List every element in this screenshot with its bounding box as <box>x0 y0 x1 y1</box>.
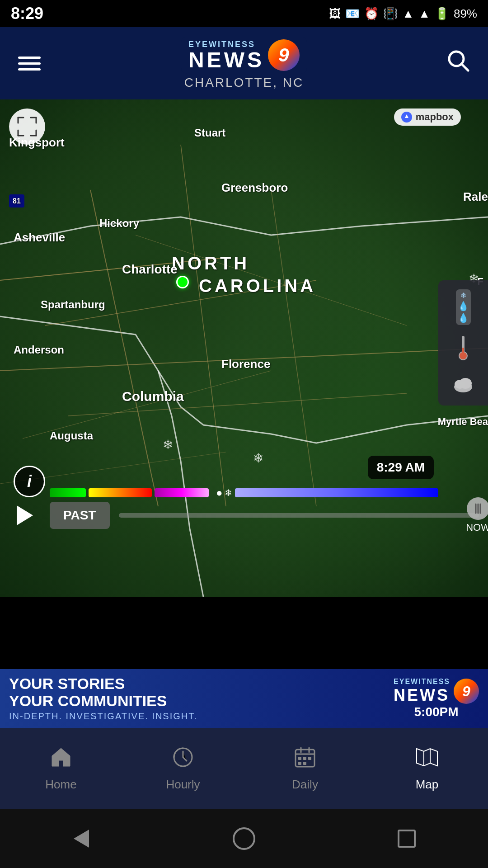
ad-headline-1: YOUR STORIES <box>9 675 197 692</box>
vibrate-icon: 📳 <box>383 7 398 21</box>
status-time: 8:29 <box>11 4 43 23</box>
mapbox-label: mapbox <box>416 111 454 123</box>
bottom-navigation: Home Hourly Daily <box>0 728 488 809</box>
news-label: NEWS <box>188 49 264 71</box>
user-location-dot <box>176 276 189 288</box>
ad-text: YOUR STORIES YOUR COMMUNITIES IN-DEPTH. … <box>9 675 197 722</box>
location-label: CHARLOTTE, NC <box>184 75 304 90</box>
snow-overlay-3: ❄ <box>253 451 263 466</box>
status-bar: 8:29 🖼 📧 ⏰ 📳 ▲ ▲ 🔋 89% <box>0 0 488 27</box>
svg-line-2 <box>0 258 226 280</box>
now-label: NOW <box>466 522 488 533</box>
recents-icon <box>398 830 416 848</box>
ad-show-time: 5:00PM <box>414 705 459 719</box>
svg-point-24 <box>460 352 467 359</box>
play-triangle-icon <box>17 505 33 525</box>
calendar-icon <box>294 746 316 774</box>
svg-rect-38 <box>308 757 311 760</box>
home-icon <box>50 746 72 774</box>
mapbox-logo: mapbox <box>394 108 461 126</box>
clock-icon <box>172 746 194 774</box>
home-label: Home <box>45 778 76 792</box>
battery-icon: 🔋 <box>435 7 449 21</box>
map-label: Map <box>416 778 439 792</box>
svg-line-3 <box>90 190 158 506</box>
timeline-bar[interactable]: NOW <box>119 513 479 518</box>
system-navigation <box>0 809 488 868</box>
daily-label: Daily <box>292 778 318 792</box>
ad-eyewitness: EYEWITNESS <box>394 678 450 686</box>
nav-home[interactable]: Home <box>0 746 122 792</box>
logo-badge: EYEWITNESS NEWS 9 <box>181 37 307 74</box>
svg-rect-39 <box>298 762 301 765</box>
svg-marker-41 <box>417 749 437 766</box>
ad-news: NEWS <box>394 686 450 705</box>
now-handle[interactable] <box>467 497 488 520</box>
alarm-icon: ⏰ <box>364 7 379 21</box>
app-header: EYEWITNESS NEWS 9 CHARLOTTE, NC <box>0 27 488 99</box>
svg-line-5 <box>181 145 226 506</box>
cloud-layer-button[interactable] <box>452 374 474 396</box>
precipitation-layer-button[interactable]: ❄ 💧 💧 <box>456 289 471 325</box>
back-button[interactable] <box>68 825 95 852</box>
home-button[interactable] <box>230 825 258 852</box>
hourly-label: Hourly <box>166 778 200 792</box>
battery-percent: 89% <box>454 7 477 21</box>
weather-layers-panel: ❄ 💧 💧 <box>438 280 488 406</box>
nav-daily[interactable]: Daily <box>244 746 366 792</box>
wifi-icon: ▲ <box>402 7 414 21</box>
time-tooltip: 8:29 AM <box>368 456 434 479</box>
image-icon: 🖼 <box>329 7 341 21</box>
svg-point-27 <box>459 378 472 389</box>
menu-button[interactable] <box>18 57 41 71</box>
past-button[interactable]: PAST <box>50 502 110 529</box>
svg-line-7 <box>271 190 316 506</box>
channel-number: 9 <box>268 39 300 71</box>
recents-button[interactable] <box>393 825 420 852</box>
svg-rect-36 <box>298 757 301 760</box>
ad-headline-2: YOUR COMMUNITIES <box>9 693 197 709</box>
temperature-layer-button[interactable] <box>455 334 471 365</box>
map-background: Kingsport Stuart Greensboro Rale Hickory… <box>0 99 488 597</box>
map-icon <box>416 746 438 774</box>
search-button[interactable] <box>446 49 470 78</box>
ad-subtext: IN-DEPTH. INVESTIGATIVE. INSIGHT. <box>9 711 197 722</box>
svg-rect-37 <box>303 757 306 760</box>
menu-line-2 <box>18 62 41 65</box>
svg-rect-40 <box>303 762 306 765</box>
nav-hourly[interactable]: Hourly <box>122 746 244 792</box>
app-logo: EYEWITNESS NEWS 9 CHARLOTTE, NC <box>181 37 307 90</box>
svg-line-6 <box>0 348 488 371</box>
map-area[interactable]: Kingsport Stuart Greensboro Rale Hickory… <box>0 99 488 597</box>
menu-line-3 <box>18 68 41 71</box>
nav-map[interactable]: Map <box>366 746 488 792</box>
ad-channel-number: 9 <box>454 679 479 704</box>
expand-map-button[interactable] <box>9 108 45 145</box>
signal-icon: ▲ <box>418 7 430 21</box>
home-circle-icon <box>233 827 255 850</box>
snow-overlay-2: ❄ <box>163 437 173 452</box>
play-button[interactable] <box>9 500 41 531</box>
ad-banner[interactable]: YOUR STORIES YOUR COMMUNITIES IN-DEPTH. … <box>0 669 488 728</box>
playback-controls: PAST NOW <box>0 493 488 538</box>
ad-logo: EYEWITNESS NEWS 9 5:00PM <box>394 678 479 719</box>
back-icon <box>74 830 89 848</box>
menu-line-1 <box>18 57 41 59</box>
email-icon: 📧 <box>345 7 360 21</box>
status-icons: 🖼 📧 ⏰ 📳 ▲ ▲ 🔋 89% <box>329 7 477 21</box>
svg-line-1 <box>461 64 468 71</box>
